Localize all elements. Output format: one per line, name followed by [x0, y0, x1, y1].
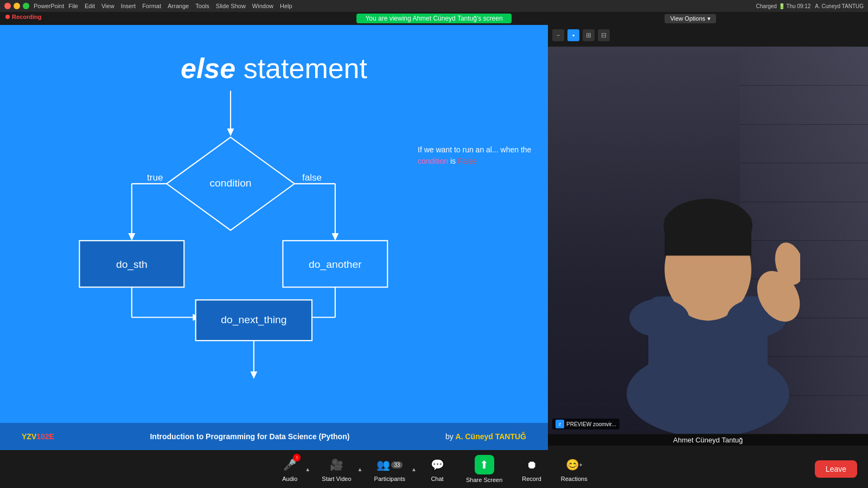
- audio-caret[interactable]: ▲: [303, 460, 312, 478]
- traffic-lights: [4, 3, 29, 9]
- course-prefix: YZV: [22, 432, 36, 441]
- slide-title-italic: else: [181, 53, 235, 84]
- author-name: A. Cüneyd TANTUĞ: [456, 432, 526, 441]
- participants-icon: 👥 33: [381, 456, 398, 473]
- menu-slideshow[interactable]: Slide Show: [216, 3, 246, 9]
- svg-text:do_next_thing: do_next_thing: [221, 314, 286, 326]
- bottom-toolbar: 🎤 ! Audio ▲ 🎥 Start Video ▲ 👥 33 Partici…: [0, 450, 868, 488]
- svg-marker-25: [250, 371, 257, 379]
- video-button[interactable]: 🎥 Start Video: [312, 453, 361, 485]
- menu-view[interactable]: View: [101, 3, 114, 9]
- layout-button[interactable]: ⊟: [598, 29, 610, 41]
- audio-label: Audio: [282, 476, 297, 482]
- slide-side-text: If we want to run an al... when the cond…: [418, 144, 537, 167]
- participants-button[interactable]: 👥 33 Participants: [365, 453, 415, 485]
- app-name: PowerPoint: [34, 3, 64, 9]
- svg-text:false: false: [302, 172, 322, 183]
- user-name: A. Cuneyd TANTUG: [815, 3, 864, 9]
- zoom-icon: Z: [556, 420, 564, 428]
- preview-text: PREVIEW zoomvir...: [566, 421, 616, 427]
- svg-text:condition: condition: [209, 177, 251, 189]
- course-number: 102E: [36, 432, 54, 441]
- leave-button[interactable]: Leave: [815, 460, 857, 478]
- svg-text:do_sth: do_sth: [116, 259, 148, 271]
- svg-point-31: [629, 299, 689, 337]
- reactions-icon: 😊+: [565, 456, 583, 473]
- participants-count: 33: [391, 461, 403, 468]
- record-label: Record: [522, 476, 541, 482]
- webcam-name-label: Ahmet Cüneyd Tantuğ: [548, 434, 868, 446]
- recording-badge: Recording: [5, 14, 41, 20]
- preview-label: Z PREVIEW zoomvir...: [552, 419, 620, 429]
- minimize-button[interactable]: [14, 3, 20, 9]
- author-credit: by A. Cüneyd TANTUĞ: [445, 432, 526, 441]
- side-text-is: is: [450, 157, 458, 165]
- recording-dot: [5, 15, 10, 19]
- view-options-button[interactable]: View Options ▾: [665, 14, 716, 23]
- svg-text:true: true: [147, 172, 163, 183]
- side-text-false: False.: [458, 157, 478, 165]
- record-button[interactable]: ⏺ Record: [512, 453, 551, 485]
- screen-share-notification: You are viewing Ahmet Cüneyd Tantuğ's sc…: [356, 14, 511, 23]
- reactions-label: Reactions: [561, 476, 588, 482]
- side-text-condition: condition: [418, 157, 448, 165]
- maximize-button[interactable]: [23, 3, 29, 9]
- share-screen-button[interactable]: ⬆ Share Screen: [456, 452, 512, 486]
- close-button[interactable]: [4, 3, 11, 9]
- webcam-video: Z PREVIEW zoomvir...: [548, 47, 868, 434]
- menu-window[interactable]: Window: [252, 3, 273, 9]
- titlebar-left: PowerPoint File Edit View Insert Format …: [4, 3, 292, 9]
- chat-button[interactable]: 💬 Chat: [418, 453, 456, 485]
- slide-footer: YZV102E Introduction to Programming for …: [0, 423, 548, 450]
- menu-file[interactable]: File: [68, 3, 78, 9]
- video-caret[interactable]: ▲: [356, 460, 365, 478]
- svg-marker-8: [128, 233, 135, 241]
- record-icon: ⏺: [523, 456, 540, 473]
- notification-badge: !: [293, 454, 301, 461]
- chat-icon: 💬: [429, 456, 446, 473]
- minimize-panel-button[interactable]: −: [552, 29, 564, 41]
- svg-rect-30: [665, 218, 751, 256]
- slide-title-rest: statement: [235, 53, 367, 84]
- side-text-prefix: If we want to run an al... when the: [418, 145, 531, 154]
- recording-label: Recording: [12, 14, 41, 20]
- share-screen-label: Share Screen: [466, 477, 502, 483]
- system-status: Charged 🔋 Thu 09:12: [756, 3, 811, 9]
- flowchart: condition true false do_sth do_anoth: [27, 90, 434, 394]
- menu-tools[interactable]: Tools: [195, 3, 209, 9]
- person-figure: [616, 105, 800, 434]
- svg-text:do_another: do_another: [309, 259, 362, 271]
- titlebar-right: Charged 🔋 Thu 09:12 A. Cuneyd TANTUG: [756, 3, 864, 9]
- menu-format[interactable]: Format: [142, 3, 161, 9]
- slide-area: else statement condition true false: [0, 25, 548, 450]
- reactions-button[interactable]: 😊+ Reactions: [551, 453, 597, 485]
- audio-icon: 🎤 !: [281, 456, 298, 473]
- mac-titlebar: PowerPoint File Edit View Insert Format …: [0, 0, 868, 12]
- course-code: YZV102E: [22, 432, 54, 441]
- zoom-notification-bar: You are viewing Ahmet Cüneyd Tantuğ's sc…: [0, 12, 868, 25]
- by-label: by: [445, 432, 456, 441]
- chevron-down-icon: ▾: [707, 15, 711, 22]
- svg-marker-1: [227, 129, 234, 136]
- menu-insert[interactable]: Insert: [121, 3, 136, 9]
- mac-menu: File Edit View Insert Format Arrange Too…: [68, 3, 292, 9]
- grid-view-button[interactable]: ⊞: [583, 29, 595, 41]
- slide-content: else statement condition true false: [0, 25, 548, 450]
- svg-marker-11: [331, 233, 339, 241]
- single-view-button[interactable]: ▪: [567, 29, 579, 41]
- menu-help[interactable]: Help: [280, 3, 292, 9]
- flowchart-svg: condition true false do_sth do_anoth: [27, 90, 434, 394]
- menu-arrange[interactable]: Arrange: [168, 3, 189, 9]
- share-screen-icon: ⬆: [475, 455, 494, 474]
- video-label: Start Video: [322, 476, 351, 482]
- participants-caret[interactable]: ▲: [410, 460, 418, 478]
- participants-label: Participants: [374, 476, 405, 482]
- slide-title: else statement: [22, 52, 526, 85]
- webcam-controls[interactable]: − ▪ ⊞ ⊟: [552, 29, 610, 41]
- webcam-panel: − ▪ ⊞ ⊟: [548, 25, 868, 450]
- video-icon: 🎥: [328, 456, 345, 473]
- chat-label: Chat: [431, 476, 443, 482]
- course-title: Introduction to Programming for Data Sci…: [150, 432, 349, 441]
- menu-edit[interactable]: Edit: [85, 3, 95, 9]
